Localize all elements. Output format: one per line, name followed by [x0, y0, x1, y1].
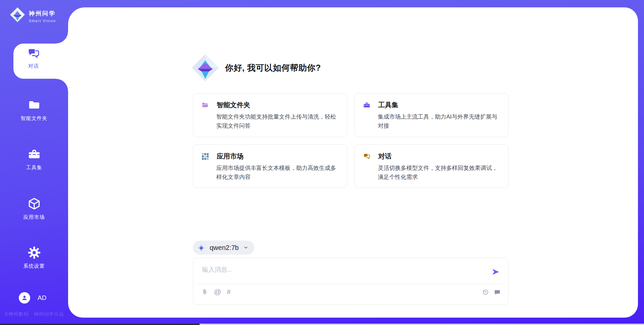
send-icon	[491, 267, 500, 276]
sidebar-item-label: 对话	[13, 63, 54, 69]
model-diamond-logo-icon	[197, 243, 206, 252]
card-app-market[interactable]: 应用市场 应用市场提供丰富长文本模板，助力高效生成多样化文章内容	[193, 144, 347, 188]
card-smart-folder[interactable]: 智能文件夹 智能文件夹功能支持批量文件上传与清洗，轻松实现文件问答	[193, 93, 347, 137]
toolbox-icon	[28, 147, 41, 161]
chevron-down-icon	[243, 245, 249, 251]
history-icon[interactable]	[482, 289, 489, 296]
feedback-chat-icon[interactable]	[494, 289, 501, 296]
composer-right-tools	[482, 289, 501, 296]
avatar	[19, 292, 30, 304]
gear-icon	[28, 246, 41, 259]
card-chat[interactable]: 对话 灵活切换多模型文件，支持多样回复效果调试，满足个性化需求	[355, 144, 509, 188]
grid-icon	[201, 152, 209, 160]
composer-input[interactable]	[201, 263, 483, 276]
composer-divider	[197, 284, 503, 284]
composer: @ #	[193, 258, 508, 305]
toolbox-icon	[363, 101, 371, 109]
user-initials: AD	[38, 294, 46, 302]
user-profile[interactable]: AD	[19, 292, 46, 304]
sidebar-item-app-market[interactable]: 应用市场	[0, 197, 68, 220]
cube-icon	[28, 197, 41, 210]
screen-bottom-edge	[0, 324, 644, 325]
brand-diamond-logo-icon	[9, 7, 25, 23]
send-button[interactable]	[491, 267, 500, 276]
tab-fillet-top	[56, 31, 68, 44]
card-description: 集成市场上主流工具，助力AI与外界无缝扩展与对接	[378, 113, 500, 131]
chat-icon	[363, 152, 371, 160]
card-title: 智能文件夹	[217, 101, 250, 110]
card-description: 应用市场提供丰富长文本模板，助力高效生成多样化文章内容	[216, 164, 339, 182]
card-title: 工具集	[378, 101, 398, 110]
sidebar-item-chat[interactable]: 对话	[13, 44, 69, 79]
model-name: qwen2:7b	[210, 244, 239, 252]
brand-name: 神州问学	[29, 9, 56, 17]
mention-button[interactable]: @	[214, 288, 221, 296]
sidebar-footer: ©神州数码 · 神州问学出品	[5, 311, 64, 317]
card-description: 智能文件夹功能支持批量文件上传与清洗，轻松实现文件问答	[216, 113, 339, 131]
person-icon	[21, 294, 28, 302]
feature-cards: 智能文件夹 智能文件夹功能支持批量文件上传与清洗，轻松实现文件问答	[193, 93, 508, 188]
sidebar-item-label: 工具集	[0, 165, 68, 171]
card-title: 对话	[378, 152, 392, 161]
card-toolset[interactable]: 工具集 集成市场上主流工具，助力AI与外界无缝扩展与对接	[355, 93, 509, 137]
brand-subtitle: Smart Vision	[29, 19, 56, 23]
page-title: 你好, 我可以如何帮助你?	[225, 62, 321, 73]
paperclip-icon[interactable]	[201, 288, 208, 296]
card-description: 灵活切换多模型文件，支持多样回复效果调试，满足个性化需求	[378, 164, 500, 182]
hash-button[interactable]: #	[227, 288, 231, 296]
folder-icon	[28, 98, 41, 112]
sidebar-item-smart-folder[interactable]: 智能文件夹	[0, 98, 68, 122]
card-title: 应用市场	[217, 152, 244, 161]
sidebar-item-toolset[interactable]: 工具集	[0, 147, 68, 171]
folder-open-icon	[201, 101, 209, 109]
model-selector[interactable]: qwen2:7b	[193, 241, 254, 255]
brand: 神州问学 Smart Vision	[9, 7, 56, 23]
sidebar-item-settings[interactable]: 系统设置	[0, 246, 68, 269]
tab-fillet-bottom	[56, 79, 68, 91]
brand-text: 神州问学 Smart Vision	[29, 7, 56, 23]
app-screen: 神州问学 Smart Vision 对话 智能文件夹	[0, 0, 644, 325]
sidebar-item-label: 系统设置	[0, 263, 68, 269]
sidebar-item-label: 智能文件夹	[0, 115, 68, 122]
main-container: 你好, 我可以如何帮助你? 智能文件夹 智能文件夹功能支持批量文件上传与清洗，轻…	[68, 7, 638, 318]
chat-icon	[27, 47, 40, 60]
greeting-diamond-logo-icon	[191, 53, 220, 82]
sidebar-item-label: 应用市场	[0, 214, 68, 220]
composer-left-tools: @ #	[201, 288, 231, 296]
